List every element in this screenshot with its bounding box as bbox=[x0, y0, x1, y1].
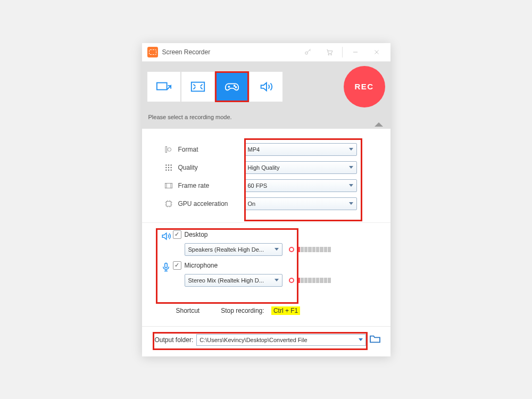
svg-rect-4 bbox=[191, 82, 204, 91]
svg-point-8 bbox=[168, 147, 171, 151]
svg-point-13 bbox=[168, 167, 169, 168]
quality-label: Quality bbox=[178, 164, 244, 171]
output-folder-label: Output folder: bbox=[155, 336, 194, 344]
framerate-select[interactable]: 60 FPS bbox=[244, 179, 357, 192]
format-select[interactable]: MP4 bbox=[244, 143, 357, 156]
svg-point-17 bbox=[170, 169, 171, 170]
microphone-device-select[interactable]: Stereo Mix (Realtek High D... bbox=[185, 274, 282, 287]
mode-region[interactable] bbox=[147, 72, 180, 102]
microphone-checkbox[interactable] bbox=[173, 261, 181, 270]
format-label: Format bbox=[178, 146, 244, 153]
titlebar: Screen Recorder bbox=[142, 43, 390, 62]
mode-audio[interactable] bbox=[250, 72, 282, 102]
svg-point-12 bbox=[165, 167, 167, 168]
key-icon[interactable] bbox=[297, 44, 319, 61]
gpu-icon bbox=[163, 200, 174, 208]
stop-recording-label: Stop recording: bbox=[221, 307, 264, 314]
svg-point-5 bbox=[234, 85, 235, 86]
screen-recorder-window: Screen Recorder bbox=[142, 43, 390, 356]
output-row: Output folder: C:\Users\Kevincy\Desktop\… bbox=[142, 326, 390, 356]
svg-point-2 bbox=[330, 54, 331, 55]
microphone-icon bbox=[161, 262, 173, 273]
microphone-meter bbox=[289, 277, 331, 284]
video-settings: Format MP4 Quality High Quality Frame ra… bbox=[142, 129, 390, 222]
svg-point-1 bbox=[328, 54, 329, 55]
desktop-audio-device-select[interactable]: Speakers (Realtek High De... bbox=[185, 243, 282, 256]
svg-point-9 bbox=[165, 164, 167, 165]
app-title: Screen Recorder bbox=[162, 48, 297, 56]
stop-recording-key: Ctrl + F1 bbox=[271, 306, 300, 315]
gpu-select[interactable]: On bbox=[244, 197, 357, 210]
mode-game[interactable] bbox=[215, 72, 248, 102]
svg-rect-7 bbox=[165, 146, 167, 152]
desktop-audio-meter bbox=[289, 246, 331, 253]
svg-point-11 bbox=[170, 164, 171, 165]
quality-icon bbox=[163, 164, 174, 171]
record-button[interactable]: REC bbox=[344, 66, 385, 107]
svg-rect-20 bbox=[164, 263, 167, 268]
audio-settings: Desktop Speakers (Realtek High De... bbox=[142, 222, 390, 301]
desktop-audio-label: Desktop bbox=[185, 231, 208, 238]
browse-folder-icon[interactable] bbox=[369, 334, 381, 345]
cart-icon[interactable] bbox=[319, 44, 340, 61]
svg-point-15 bbox=[165, 169, 167, 170]
minimize-button[interactable] bbox=[345, 44, 366, 61]
desktop-audio-checkbox[interactable] bbox=[173, 230, 181, 239]
app-icon bbox=[147, 47, 158, 57]
svg-rect-19 bbox=[166, 201, 171, 206]
svg-point-6 bbox=[235, 87, 236, 88]
svg-point-14 bbox=[170, 167, 171, 168]
format-icon bbox=[163, 145, 174, 154]
svg-point-0 bbox=[305, 52, 307, 54]
mode-hint-text: Please select a recording mode. bbox=[148, 114, 232, 120]
microphone-label: Microphone bbox=[185, 262, 218, 269]
framerate-icon bbox=[163, 182, 174, 189]
output-folder-select[interactable]: C:\Users\Kevincy\Desktop\Converted File bbox=[196, 334, 365, 346]
mode-row: REC bbox=[142, 62, 390, 114]
svg-point-16 bbox=[168, 169, 169, 170]
svg-rect-18 bbox=[165, 183, 172, 188]
shortcut-label: Shortcut bbox=[176, 307, 200, 314]
quality-select[interactable]: High Quality bbox=[244, 161, 357, 174]
collapse-icon[interactable] bbox=[375, 122, 383, 127]
svg-rect-3 bbox=[156, 82, 167, 89]
mode-fullscreen[interactable] bbox=[181, 72, 214, 102]
gpu-label: GPU acceleration bbox=[178, 200, 244, 207]
shortcut-row: Shortcut Stop recording: Ctrl + F1 bbox=[142, 301, 390, 326]
svg-point-10 bbox=[168, 164, 169, 165]
framerate-label: Frame rate bbox=[178, 182, 244, 189]
desktop-audio-icon bbox=[161, 231, 173, 243]
close-button[interactable] bbox=[366, 44, 387, 61]
mode-hint: Please select a recording mode. bbox=[142, 114, 390, 129]
